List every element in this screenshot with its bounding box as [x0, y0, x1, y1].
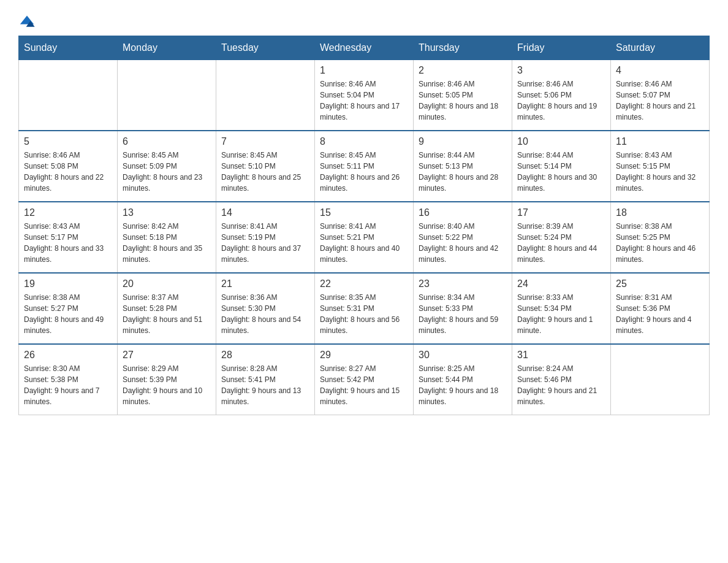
calendar-cell: 27Sunrise: 8:29 AM Sunset: 5:39 PM Dayli…: [118, 344, 216, 415]
calendar-cell: [611, 344, 710, 415]
day-number: 9: [419, 136, 507, 147]
calendar-cell: 13Sunrise: 8:42 AM Sunset: 5:18 PM Dayli…: [118, 202, 216, 273]
column-header-friday: Friday: [512, 36, 611, 60]
day-info: Sunrise: 8:30 AM Sunset: 5:38 PM Dayligh…: [24, 363, 112, 407]
calendar-cell: 15Sunrise: 8:41 AM Sunset: 5:21 PM Dayli…: [315, 202, 414, 273]
day-info: Sunrise: 8:33 AM Sunset: 5:34 PM Dayligh…: [517, 292, 605, 336]
day-info: Sunrise: 8:38 AM Sunset: 5:25 PM Dayligh…: [616, 221, 704, 265]
calendar-cell: 5Sunrise: 8:46 AM Sunset: 5:08 PM Daylig…: [19, 131, 118, 202]
day-info: Sunrise: 8:36 AM Sunset: 5:30 PM Dayligh…: [221, 292, 309, 336]
day-info: Sunrise: 8:45 AM Sunset: 5:09 PM Dayligh…: [123, 150, 211, 194]
day-info: Sunrise: 8:25 AM Sunset: 5:44 PM Dayligh…: [419, 363, 507, 407]
day-info: Sunrise: 8:46 AM Sunset: 5:04 PM Dayligh…: [320, 79, 408, 123]
day-number: 6: [123, 136, 211, 147]
column-header-thursday: Thursday: [414, 36, 512, 60]
calendar-table: SundayMondayTuesdayWednesdayThursdayFrid…: [18, 36, 710, 415]
day-info: Sunrise: 8:34 AM Sunset: 5:33 PM Dayligh…: [419, 292, 507, 336]
day-number: 24: [517, 278, 605, 289]
day-number: 7: [221, 136, 309, 147]
day-number: 10: [517, 136, 605, 147]
column-header-tuesday: Tuesday: [216, 36, 315, 60]
calendar-cell: 23Sunrise: 8:34 AM Sunset: 5:33 PM Dayli…: [414, 273, 512, 344]
day-info: Sunrise: 8:44 AM Sunset: 5:14 PM Dayligh…: [517, 150, 605, 194]
day-info: Sunrise: 8:46 AM Sunset: 5:05 PM Dayligh…: [419, 79, 507, 123]
day-number: 14: [221, 207, 309, 218]
day-number: 28: [221, 350, 309, 361]
day-info: Sunrise: 8:29 AM Sunset: 5:39 PM Dayligh…: [123, 363, 211, 407]
day-number: 8: [320, 136, 408, 147]
day-info: Sunrise: 8:40 AM Sunset: 5:22 PM Dayligh…: [419, 221, 507, 265]
day-number: 3: [517, 65, 605, 76]
day-number: 26: [24, 350, 112, 361]
day-number: 15: [320, 207, 408, 218]
day-number: 20: [123, 278, 211, 289]
day-number: 1: [320, 65, 408, 76]
calendar-cell: 18Sunrise: 8:38 AM Sunset: 5:25 PM Dayli…: [611, 202, 710, 273]
day-info: Sunrise: 8:42 AM Sunset: 5:18 PM Dayligh…: [123, 221, 211, 265]
day-info: Sunrise: 8:43 AM Sunset: 5:15 PM Dayligh…: [616, 150, 704, 194]
calendar-cell: 25Sunrise: 8:31 AM Sunset: 5:36 PM Dayli…: [611, 273, 710, 344]
day-number: 2: [419, 65, 507, 76]
day-info: Sunrise: 8:27 AM Sunset: 5:42 PM Dayligh…: [320, 363, 408, 407]
day-number: 11: [616, 136, 704, 147]
calendar-header-row: SundayMondayTuesdayWednesdayThursdayFrid…: [19, 36, 710, 60]
day-number: 12: [24, 207, 112, 218]
calendar-cell: 8Sunrise: 8:45 AM Sunset: 5:11 PM Daylig…: [315, 131, 414, 202]
calendar-cell: 6Sunrise: 8:45 AM Sunset: 5:09 PM Daylig…: [118, 131, 216, 202]
calendar-cell: 26Sunrise: 8:30 AM Sunset: 5:38 PM Dayli…: [19, 344, 118, 415]
calendar-cell: 24Sunrise: 8:33 AM Sunset: 5:34 PM Dayli…: [512, 273, 611, 344]
day-info: Sunrise: 8:24 AM Sunset: 5:46 PM Dayligh…: [517, 363, 605, 407]
calendar-cell: 14Sunrise: 8:41 AM Sunset: 5:19 PM Dayli…: [216, 202, 315, 273]
day-info: Sunrise: 8:37 AM Sunset: 5:28 PM Dayligh…: [123, 292, 211, 336]
calendar-cell: [19, 60, 118, 131]
day-info: Sunrise: 8:45 AM Sunset: 5:10 PM Dayligh…: [221, 150, 309, 194]
day-info: Sunrise: 8:41 AM Sunset: 5:21 PM Dayligh…: [320, 221, 408, 265]
calendar-cell: 4Sunrise: 8:46 AM Sunset: 5:07 PM Daylig…: [611, 60, 710, 131]
column-header-monday: Monday: [118, 36, 216, 60]
day-number: 22: [320, 278, 408, 289]
day-number: 21: [221, 278, 309, 289]
day-number: 16: [419, 207, 507, 218]
day-info: Sunrise: 8:46 AM Sunset: 5:06 PM Dayligh…: [517, 79, 605, 123]
calendar-week-row: 26Sunrise: 8:30 AM Sunset: 5:38 PM Dayli…: [19, 344, 710, 415]
day-number: 19: [24, 278, 112, 289]
logo: [18, 12, 38, 29]
day-info: Sunrise: 8:35 AM Sunset: 5:31 PM Dayligh…: [320, 292, 408, 336]
day-info: Sunrise: 8:38 AM Sunset: 5:27 PM Dayligh…: [24, 292, 112, 336]
calendar-cell: 1Sunrise: 8:46 AM Sunset: 5:04 PM Daylig…: [315, 60, 414, 131]
calendar-cell: 2Sunrise: 8:46 AM Sunset: 5:05 PM Daylig…: [414, 60, 512, 131]
day-info: Sunrise: 8:43 AM Sunset: 5:17 PM Dayligh…: [24, 221, 112, 265]
day-info: Sunrise: 8:46 AM Sunset: 5:07 PM Dayligh…: [616, 79, 704, 123]
day-info: Sunrise: 8:39 AM Sunset: 5:24 PM Dayligh…: [517, 221, 605, 265]
day-number: 5: [24, 136, 112, 147]
calendar-cell: [216, 60, 315, 131]
day-info: Sunrise: 8:28 AM Sunset: 5:41 PM Dayligh…: [221, 363, 309, 407]
column-header-wednesday: Wednesday: [315, 36, 414, 60]
calendar-cell: 3Sunrise: 8:46 AM Sunset: 5:06 PM Daylig…: [512, 60, 611, 131]
calendar-cell: 7Sunrise: 8:45 AM Sunset: 5:10 PM Daylig…: [216, 131, 315, 202]
column-header-sunday: Sunday: [19, 36, 118, 60]
day-number: 13: [123, 207, 211, 218]
calendar-week-row: 12Sunrise: 8:43 AM Sunset: 5:17 PM Dayli…: [19, 202, 710, 273]
page-header: [18, 12, 710, 29]
calendar-cell: 29Sunrise: 8:27 AM Sunset: 5:42 PM Dayli…: [315, 344, 414, 415]
day-number: 25: [616, 278, 704, 289]
day-number: 29: [320, 350, 408, 361]
calendar-cell: [118, 60, 216, 131]
calendar-cell: 11Sunrise: 8:43 AM Sunset: 5:15 PM Dayli…: [611, 131, 710, 202]
calendar-cell: 12Sunrise: 8:43 AM Sunset: 5:17 PM Dayli…: [19, 202, 118, 273]
day-number: 4: [616, 65, 704, 76]
day-number: 30: [419, 350, 507, 361]
logo-icon: [18, 12, 36, 29]
day-info: Sunrise: 8:31 AM Sunset: 5:36 PM Dayligh…: [616, 292, 704, 336]
calendar-week-row: 19Sunrise: 8:38 AM Sunset: 5:27 PM Dayli…: [19, 273, 710, 344]
calendar-cell: 31Sunrise: 8:24 AM Sunset: 5:46 PM Dayli…: [512, 344, 611, 415]
day-number: 18: [616, 207, 704, 218]
calendar-cell: 20Sunrise: 8:37 AM Sunset: 5:28 PM Dayli…: [118, 273, 216, 344]
calendar-cell: 9Sunrise: 8:44 AM Sunset: 5:13 PM Daylig…: [414, 131, 512, 202]
calendar-cell: 21Sunrise: 8:36 AM Sunset: 5:30 PM Dayli…: [216, 273, 315, 344]
day-number: 23: [419, 278, 507, 289]
day-info: Sunrise: 8:41 AM Sunset: 5:19 PM Dayligh…: [221, 221, 309, 265]
calendar-cell: 10Sunrise: 8:44 AM Sunset: 5:14 PM Dayli…: [512, 131, 611, 202]
day-number: 27: [123, 350, 211, 361]
